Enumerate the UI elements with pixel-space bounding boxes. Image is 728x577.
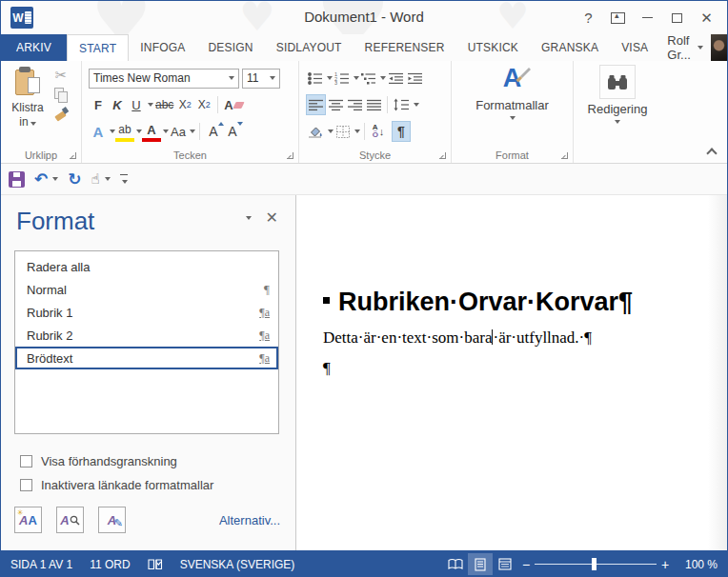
chevron-down-icon [698,46,703,50]
maximize-button[interactable] [662,5,692,31]
zoom-in-button[interactable]: + [657,557,674,572]
pane-close-icon[interactable]: ✕ [266,209,278,227]
format-painter-button[interactable] [54,107,68,120]
undo-button[interactable]: ↶ [34,171,58,188]
font-dialog-launcher[interactable] [287,152,293,159]
new-style-button[interactable]: ✳ AA [14,507,42,533]
zoom-slider[interactable] [535,553,657,575]
show-preview-checkbox-row: Visa förhandsgranskning [20,454,177,468]
grow-font-button[interactable]: A [204,121,223,142]
justify-button[interactable] [364,94,383,115]
language-status[interactable]: SVENSKA (SVERIGE) [180,558,295,571]
document-heading[interactable]: Rubriken·Orvar·Korvar¶ [323,288,633,317]
document-empty-paragraph[interactable]: ¶ [323,359,331,378]
zoom-slider-thumb[interactable] [592,558,597,570]
bold-button[interactable]: F [89,94,108,115]
minimize-button[interactable] [633,5,662,31]
align-right-icon [348,99,362,111]
tab-design[interactable]: DESIGN [196,34,264,61]
touch-mode-button[interactable]: ☝ [91,170,111,188]
tab-visa[interactable]: VISA [610,34,659,61]
align-left-button[interactable] [306,94,326,115]
font-name-combobox[interactable]: Times New Roman [89,69,239,89]
help-button[interactable]: ? [574,5,603,31]
word-count[interactable]: 11 ORD [90,558,130,571]
arrow-down-icon [237,122,243,126]
pane-menu-chevron-icon[interactable] [246,216,252,220]
clipboard-dialog-launcher[interactable] [70,152,76,159]
tab-sidlayout[interactable]: SIDLAYOUT [265,34,354,61]
ribbon-display-options-button[interactable] [603,5,633,31]
user-avatar[interactable] [711,34,727,61]
paste-button[interactable]: Klistra in [3,65,52,147]
manage-styles-button[interactable]: A✎ [98,507,126,533]
shrink-font-button[interactable]: A [223,121,242,142]
align-right-button[interactable] [345,94,364,115]
document-canvas[interactable]: Rubriken·Orvar·Korvar¶ Detta·är·en·text·… [296,195,727,550]
close-button[interactable]: ✕ [692,5,721,31]
binoculars-icon [607,74,628,90]
decrease-indent-button[interactable] [386,68,405,89]
print-layout-button[interactable] [468,553,493,575]
style-item-rubrik-2[interactable]: Rubrik 2 ¶a [15,324,278,347]
editing-menu-button[interactable]: Redigering [574,65,661,124]
content-area: Format ✕ Radera alla Normal ¶ Rubrik 1 ¶… [1,195,727,550]
save-button[interactable] [9,171,25,188]
page-count[interactable]: SIDA 1 AV 1 [10,558,72,571]
increase-indent-button[interactable] [405,68,424,89]
copy-button[interactable] [54,88,68,103]
zoom-out-button[interactable]: − [517,557,535,572]
cut-button[interactable]: ✂ [55,67,68,84]
style-item-rubrik-1[interactable]: Rubrik 1 ¶a [15,301,278,324]
tab-utskick[interactable]: UTSKICK [456,34,530,61]
style-item-radera-alla[interactable]: Radera alla [15,255,278,278]
borders-button[interactable] [334,121,353,142]
change-case-button[interactable]: Aa [169,121,188,142]
font-color-button[interactable]: A [142,121,161,142]
document-body-line[interactable]: Detta·är·en·text·som·bara·är·utfyllnad.·… [323,328,592,348]
redo-button[interactable]: ↻ [68,171,81,188]
style-item-brodtext[interactable]: Brödtext ¶a [15,347,278,369]
text-effects-button[interactable]: A [89,121,108,142]
align-left-icon [309,99,323,111]
underline-button[interactable]: U [127,94,146,115]
options-link[interactable]: Alternativ... [219,513,280,527]
font-size-combobox[interactable]: 11 [242,69,280,89]
paragraph-dialog-launcher[interactable] [439,152,446,159]
align-center-button[interactable] [326,94,345,115]
sort-button[interactable]: AÖ ↓ [369,121,388,142]
clear-formatting-button[interactable]: A [222,94,244,115]
multilevel-list-button[interactable] [359,68,378,89]
show-preview-checkbox[interactable] [20,455,32,468]
tab-referenser[interactable]: REFERENSER [354,34,456,61]
zoom-level[interactable]: 100 % [674,558,718,571]
style-item-normal[interactable]: Normal ¶ [15,278,278,301]
tab-arkiv[interactable]: ARKIV [1,34,67,61]
bullets-button[interactable] [306,68,325,89]
superscript-button[interactable]: X2 [194,94,213,115]
vertical-scrollbar[interactable] [708,195,727,550]
tab-infoga[interactable]: INFOGA [129,34,196,61]
read-mode-button[interactable] [443,553,468,575]
numbering-button[interactable]: 123 [333,68,352,89]
tab-start[interactable]: START [67,34,129,61]
web-layout-button[interactable] [493,553,517,575]
styles-dialog-launcher[interactable] [561,152,568,159]
show-formatting-marks-button[interactable]: ¶ [392,121,411,142]
account-menu[interactable]: Rolf Gr... [659,34,711,61]
group-label-font: Tecken [82,149,298,161]
shading-button[interactable] [306,121,326,142]
group-label-styles: Format [452,149,573,161]
text-highlight-button[interactable]: ab [115,121,134,142]
subscript-button[interactable]: X2 [175,94,194,115]
proofing-status-icon[interactable] [148,558,163,570]
line-spacing-button[interactable] [392,94,412,115]
style-inspector-button[interactable]: A [56,507,84,533]
disable-linked-styles-checkbox[interactable] [20,479,32,491]
tab-granska[interactable]: GRANSKA [530,34,610,61]
collapse-ribbon-button[interactable] [707,147,716,155]
styles-gallery-button[interactable]: A Formatmallar [452,65,573,120]
strikethrough-button[interactable]: abc [153,94,175,115]
customize-qat-button[interactable] [120,174,128,184]
italic-button[interactable]: K [108,94,127,115]
